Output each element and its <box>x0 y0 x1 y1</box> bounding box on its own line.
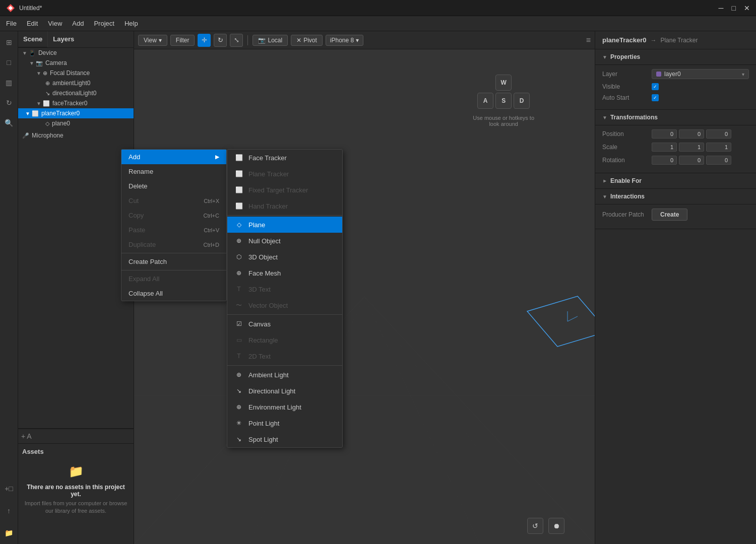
ctx-item-rename[interactable]: Rename <box>121 164 226 179</box>
sub-item-environment-light[interactable]: ⊕ Environment Light <box>227 399 342 415</box>
w-key: W <box>495 75 512 91</box>
tree-item-plane[interactable]: ◇ plane0 <box>18 118 134 128</box>
scene-tree: ▼ 📱 Device ▼ 📷 Camera ▼ ⊕ Focal Distance… <box>18 48 134 429</box>
move-icon-button[interactable]: ✛ <box>198 34 211 47</box>
sub-item-canvas[interactable]: ☑ Canvas <box>227 316 342 332</box>
menu-add[interactable]: Add <box>72 20 84 27</box>
menu-file[interactable]: File <box>6 20 17 27</box>
menu-view[interactable]: View <box>48 20 62 27</box>
tree-item-ambient[interactable]: ⊕ ambientLight0 <box>18 78 134 88</box>
view-button[interactable]: View ▾ <box>138 35 167 46</box>
layer-dropdown[interactable]: layer0 ▾ <box>652 69 749 79</box>
properties-section-header[interactable]: ▼ Properties <box>595 49 756 65</box>
2d-text-icon: T <box>234 352 243 361</box>
ctx-item-create-patch[interactable]: Create Patch <box>121 254 226 269</box>
sub-item-face-mesh[interactable]: ⊕ Face Mesh <box>227 265 342 281</box>
rotate-icon-button[interactable]: ↻ <box>214 34 227 47</box>
refresh-icon[interactable]: ↻ <box>2 96 16 110</box>
sub-item-face-tracker[interactable]: ⬜ Face Tracker <box>227 150 342 166</box>
rotation-label: Rotation <box>602 157 648 164</box>
rotation-x[interactable] <box>652 156 677 165</box>
minimize-button[interactable]: ─ <box>719 4 724 12</box>
menu-edit[interactable]: Edit <box>27 20 38 27</box>
plane-tracker-icon-sub: ⬜ <box>234 169 243 178</box>
tree-item-microphone[interactable]: 🎤 Microphone <box>18 130 134 141</box>
scale-y[interactable] <box>679 143 704 152</box>
sub-item-point-light[interactable]: ✳ Point Light <box>227 415 342 431</box>
tree-item-focal[interactable]: ▼ ⊕ Focal Distance <box>18 68 134 78</box>
environment-light-icon: ⊕ <box>234 402 243 412</box>
pivot-button[interactable]: ✕ Pivot <box>291 35 323 46</box>
planetracker-icon: ⬜ <box>32 110 39 117</box>
focal-icon: ⊕ <box>43 70 47 77</box>
plane-icon-sub: ◇ <box>234 220 243 229</box>
ctx-item-expand-all: Expand All <box>121 271 226 286</box>
rotation-y[interactable] <box>679 156 704 165</box>
menu-help[interactable]: Help <box>124 20 138 27</box>
camera-icon: 📷 <box>36 60 43 66</box>
add-object-button[interactable]: + A <box>21 432 32 440</box>
device-selector[interactable]: iPhone 8 ▾ <box>326 35 363 46</box>
layers-icon[interactable]: ▥ <box>2 76 16 90</box>
tree-item-device[interactable]: ▼ 📱 Device <box>18 48 134 58</box>
sub-item-plane[interactable]: ◇ Plane <box>227 217 342 233</box>
add-panel-icon[interactable]: +□ <box>2 482 16 496</box>
ctx-item-delete[interactable]: Delete <box>121 179 226 193</box>
scale-icon-button[interactable]: ⤡ <box>230 34 243 47</box>
scale-z[interactable] <box>706 143 731 152</box>
record-icon[interactable]: ⏺ <box>548 518 564 534</box>
svg-line-4 <box>364 297 595 544</box>
assets-header: Assets <box>22 448 130 455</box>
menu-project[interactable]: Project <box>94 20 114 27</box>
wasd-overlay: W A S D Use mouse or hotkeys tolook arou… <box>473 75 534 127</box>
layout-icon[interactable]: ⊞ <box>2 35 16 49</box>
search-icon[interactable]: 🔍 <box>2 116 16 130</box>
close-button[interactable]: ✕ <box>744 4 750 12</box>
a-key: A <box>477 93 493 109</box>
position-x[interactable] <box>652 129 677 139</box>
sub-item-directional-light[interactable]: ↘ Directional Light <box>227 383 342 399</box>
sub-item-ambient-light[interactable]: ⊕ Ambient Light <box>227 367 342 383</box>
viewport-menu-icon[interactable]: ≡ <box>586 36 591 45</box>
add-submenu: ⬜ Face Tracker ⬜ Plane Tracker ⬜ Fixed T… <box>227 149 343 448</box>
sub-item-spot-light[interactable]: ↘ Spot Light <box>227 431 342 447</box>
ctx-item-add[interactable]: Add ▶ <box>121 150 226 164</box>
rectangle-icon[interactable]: □ <box>2 55 16 70</box>
transformations-section-header[interactable]: ▼ Transformations <box>595 110 756 125</box>
tree-item-planetracker[interactable]: ▼ ⬜ planeTracker0 <box>18 108 134 118</box>
sub-sep-3 <box>227 365 342 366</box>
create-patch-button[interactable]: Create <box>652 209 687 221</box>
enablefor-section-header[interactable]: ▼ Enable For <box>595 173 756 189</box>
face-mesh-icon: ⊕ <box>234 268 243 278</box>
plane-icon: ◇ <box>45 120 49 127</box>
camera-type-button[interactable]: 📷 Local <box>253 35 288 46</box>
3d-object-icon: ⬡ <box>234 252 243 261</box>
upload-icon[interactable]: ↑ <box>2 504 16 518</box>
prop-row-position: Position <box>602 129 749 139</box>
s-key: S <box>495 93 512 109</box>
ctx-item-duplicate: Duplicate Ctrl+D <box>121 237 226 252</box>
position-z[interactable] <box>706 129 731 139</box>
layer-color-swatch <box>656 72 661 77</box>
tree-item-facetracker[interactable]: ▼ ⬜ faceTracker0 <box>18 98 134 108</box>
filter-button[interactable]: Filter <box>170 35 195 46</box>
main-layout: ⊞ □ ▥ ↻ 🔍 +□ ↑ 📁 Scene Layers ▼ 📱 <box>0 31 756 544</box>
maximize-button[interactable]: □ <box>732 4 736 12</box>
folder-icon[interactable]: 📁 <box>2 526 16 540</box>
svg-line-14 <box>568 316 578 321</box>
ctx-item-collapse-all[interactable]: Collapse All <box>121 286 226 301</box>
sub-item-vector-object: 〜 Vector Object <box>227 297 342 313</box>
position-y[interactable] <box>679 129 704 139</box>
tree-item-camera[interactable]: ▼ 📷 Camera <box>18 58 134 68</box>
autostart-checkbox[interactable]: ✓ <box>652 94 659 101</box>
assets-empty-subtitle: Import files from your computer or brows… <box>22 500 130 515</box>
sub-item-2d-text: T 2D Text <box>227 348 342 364</box>
replay-icon[interactable]: ↺ <box>527 518 543 534</box>
sub-item-3d-object[interactable]: ⬡ 3D Object <box>227 249 342 265</box>
interactions-section-header[interactable]: ▼ Interactions <box>595 189 756 205</box>
rotation-z[interactable] <box>706 156 731 165</box>
scale-x[interactable] <box>652 143 677 152</box>
tree-item-dirlight[interactable]: ↘ directionalLight0 <box>18 88 134 98</box>
sub-item-null-object[interactable]: ⊕ Null Object <box>227 233 342 249</box>
visible-checkbox[interactable]: ✓ <box>652 83 659 90</box>
